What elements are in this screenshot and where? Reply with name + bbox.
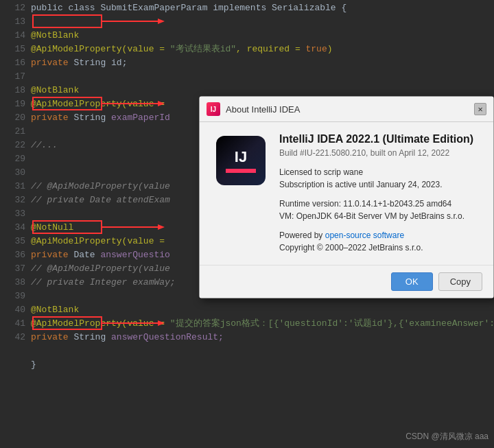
ok-button[interactable]: OK: [391, 272, 433, 291]
code-text: @NotNull: [31, 222, 73, 233]
powered-info: Powered by open-source software Copyrigh…: [279, 229, 480, 254]
runtime-info: Runtime version: 11.0.14.1+1-b2043.25 am…: [279, 198, 480, 222]
copy-button[interactable]: Copy: [438, 272, 482, 291]
logo-bar: [226, 169, 256, 173]
license-line1: Licensed to scrip wane: [279, 166, 480, 178]
open-source-link[interactable]: open-source software: [325, 231, 404, 240]
license-info: Licensed to scrip wane Subscription is a…: [279, 166, 480, 191]
code-text: id;: [111, 58, 127, 68]
code-text: @NotBlank: [31, 305, 79, 315]
code-line: @NotBlank: [31, 29, 494, 43]
runtime-line1: Runtime version: 11.0.14.1+1-b2043.25 am…: [279, 198, 480, 210]
code-line: @NotBlank: [31, 84, 494, 97]
code-text: // private Date attendExam: [31, 195, 170, 205]
code-text: // private Integer examWay;: [31, 277, 176, 287]
code-text: answerQuestio: [100, 250, 169, 260]
code-text: @NotBlank: [31, 85, 79, 95]
code-line: [31, 70, 494, 84]
code-editor: 12 13 14 15 16 17 18 19 20 21 22 29 30 3…: [0, 0, 494, 448]
code-text: Date: [69, 250, 101, 260]
code-line: private String id;: [31, 56, 494, 70]
code-text: // @ApiModelProperty(value: [31, 263, 170, 274]
intellij-icon: IJ: [207, 102, 220, 116]
code-text: private: [31, 113, 69, 123]
copyright-text: Copyright © 2000–2022 JetBrains s.r.o.: [279, 241, 480, 254]
logo-text: IJ: [235, 148, 247, 166]
code-text: String: [69, 113, 111, 123]
product-name: IntelliJ IDEA 2022.1 (Ultimate Edition): [279, 133, 480, 145]
code-text: answerQuestionResult;: [111, 332, 224, 342]
license-line2: Subscription is active until January 24,…: [279, 178, 480, 191]
code-text: String: [69, 58, 111, 68]
code-text: }: [31, 359, 36, 370]
build-info: Build #IU-221.5080.210, built on April 1…: [279, 148, 480, 158]
code-line: @NotBlank: [31, 303, 494, 317]
code-text: examPaperId: [111, 113, 170, 123]
dialog-body: IJ IntelliJ IDEA 2022.1 (Ultimate Editio…: [200, 122, 493, 265]
dialog-title-left: IJ About IntelliJ IDEA: [207, 102, 300, 116]
dialog-logo: IJ: [213, 133, 268, 188]
dialog-titlebar: IJ About IntelliJ IDEA ✕: [200, 97, 493, 122]
code-text: @ApiModelProperty(value =: [31, 236, 165, 246]
code-line: @ApiModelProperty(value = "提交的答案json格式：[…: [31, 317, 494, 331]
code-text: private: [31, 58, 69, 68]
dialog-title: About IntelliJ IDEA: [226, 104, 300, 115]
code-line: private String answerQuestionResult;: [31, 331, 494, 344]
code-text: //...: [31, 140, 58, 150]
code-line: @ApiModelProperty(value = "考试结果表id", req…: [31, 43, 494, 56]
code-line: public class SubmitExamPaperParam implem…: [31, 1, 494, 15]
about-dialog: IJ About IntelliJ IDEA ✕ IJ IntelliJ IDE…: [199, 96, 494, 298]
code-text: private: [31, 250, 69, 260]
code-line: [31, 15, 494, 29]
code-text: "提交的答案json格式：[{'questionId':'试题id'},{'ex…: [170, 318, 494, 329]
code-line: }: [31, 358, 494, 372]
intellij-big-logo: IJ: [216, 136, 266, 185]
code-text: true: [305, 44, 327, 54]
dialog-footer: OK Copy: [200, 265, 493, 298]
code-text: , required =: [236, 44, 305, 54]
code-text: "考试结果表id": [170, 44, 236, 54]
runtime-line2: VM: OpenJDK 64-Bit Server VM by JetBrain…: [279, 210, 480, 222]
dialog-close-button[interactable]: ✕: [474, 103, 486, 115]
code-text: // @ApiModelProperty(value: [31, 181, 170, 191]
code-text: public class SubmitExamPaperParam implem…: [31, 3, 346, 13]
watermark: CSDN @清风微凉 aaa: [405, 431, 489, 443]
powered-prefix: Powered by: [279, 231, 325, 240]
code-text: @ApiModelProperty(value =: [31, 318, 170, 329]
code-text: @NotBlank: [31, 30, 79, 40]
code-text: String: [69, 332, 111, 342]
code-text: ): [327, 44, 333, 54]
code-text: @ApiModelProperty(value =: [31, 99, 165, 109]
code-text: private: [31, 332, 69, 342]
code-line: [31, 344, 494, 358]
dialog-info: IntelliJ IDEA 2022.1 (Ultimate Edition) …: [279, 133, 480, 254]
line-numbers: 12 13 14 15 16 17 18 19 20 21 22 29 30 3…: [0, 0, 31, 448]
code-text: @ApiModelProperty(value =: [31, 44, 170, 54]
